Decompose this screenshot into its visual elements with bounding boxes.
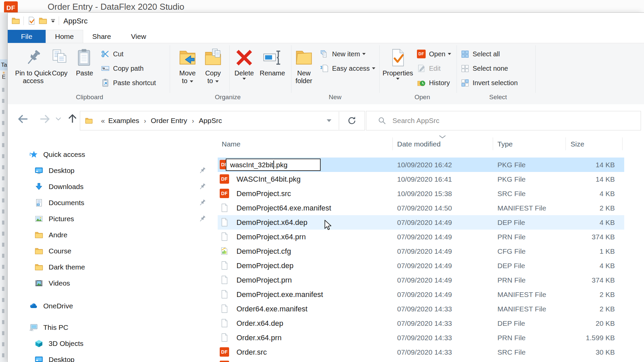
cut-button[interactable]: Cut (100, 48, 123, 60)
invert-selection-icon (460, 79, 470, 87)
new-folder-qat-button[interactable] (39, 16, 47, 25)
sidebar-item-videos[interactable]: Videos (8, 275, 215, 291)
sidebar-item-desktop[interactable]: Desktop (8, 352, 215, 362)
properties-button[interactable]: Properties (381, 46, 415, 80)
tab-share[interactable]: Share (83, 30, 120, 43)
pin-icon (198, 183, 206, 191)
divider (566, 137, 566, 150)
ribbon-tabs: File Home Share View (8, 30, 644, 43)
sidebar-item-pictures[interactable]: Pictures (8, 211, 215, 227)
dropdown-caret-icon (372, 67, 375, 69)
breadcrumb-item[interactable]: Examples (108, 117, 139, 125)
sidebar-item-quick-access[interactable]: Quick access (8, 146, 215, 163)
table-row[interactable]: DemoProject.dep 07/09/2020 14:49 DEP Fil… (218, 258, 624, 273)
copy-to-button[interactable]: Copyto (201, 46, 225, 85)
open-button[interactable]: DF Open (416, 48, 451, 60)
sidebar-item-label: Documents (49, 199, 84, 207)
tab-file[interactable]: File (8, 30, 46, 43)
qat-customize-button[interactable] (51, 19, 55, 23)
breadcrumb-item[interactable]: AppSrc (199, 117, 222, 125)
easy-access-button[interactable]: Easy access (319, 62, 375, 74)
address-box[interactable]: «Examples›Order Entry›AppSrc (80, 111, 365, 130)
properties-qat-button[interactable] (27, 16, 36, 25)
file-date-modified: 07/09/2020 14:33 (397, 319, 452, 327)
sidebar-item-onedrive[interactable]: OneDrive (8, 298, 215, 314)
new-folder-button[interactable]: Newfolder (290, 46, 318, 85)
table-row[interactable]: DemoProject.x64.dep 07/09/2020 14:49 DEP… (218, 215, 624, 230)
quick-access-icon (29, 150, 38, 159)
file-date-modified: 07/09/2020 14:49 (397, 291, 452, 299)
copy-button[interactable]: Copy (47, 46, 72, 77)
sidebar-item-andre[interactable]: Andre (8, 227, 215, 243)
table-row[interactable]: DemoProject.exe.manifest 07/09/2020 14:4… (218, 287, 624, 302)
column-header-date-modified[interactable]: Date modified (397, 140, 441, 148)
address-dropdown-caret[interactable] (327, 119, 331, 122)
sidebar-item-documents[interactable]: Documents (8, 195, 215, 211)
back-button[interactable] (17, 113, 29, 125)
breadcrumb-separator[interactable]: › (192, 117, 194, 125)
tab-view[interactable]: View (120, 30, 157, 43)
sidebar-item-this-pc[interactable]: This PC (8, 319, 215, 336)
search-box[interactable] (366, 111, 641, 130)
file-name: DemoProject.src (236, 189, 291, 198)
sidebar-item-3d-objects[interactable]: 3D Objects (8, 336, 215, 352)
sidebar-item-desktop[interactable]: Desktop (8, 163, 215, 179)
table-row[interactable]: DemoProject.cfg 07/09/2020 14:49 CFG Fil… (218, 244, 624, 258)
file-type-icon: DF (220, 189, 229, 198)
table-row[interactable]: Order.x64.prn 07/09/2020 14:33 PRN File … (218, 330, 624, 345)
edit-button[interactable]: Edit (416, 62, 440, 74)
breadcrumb-overflow[interactable]: « (101, 117, 105, 125)
column-header-size[interactable]: Size (571, 140, 584, 148)
sidebar-item-icon (34, 263, 44, 272)
sidebar-item-course[interactable]: Course (8, 243, 215, 259)
properties-icon (388, 48, 407, 67)
table-row[interactable]: DF WASCInt_64bit.pkg 10/09/2020 16:41 PK… (218, 172, 624, 186)
table-row[interactable]: Order.x64.dep 07/09/2020 14:33 DEP File … (218, 316, 624, 330)
rename-input[interactable]: wascInt_32bit.pkg (226, 159, 321, 171)
file-type: SRC File (497, 348, 526, 356)
sidebar-item-icon (34, 279, 44, 288)
dataflex-file-icon: DF (220, 174, 229, 184)
column-header-type[interactable]: Type (497, 140, 513, 148)
paste-button[interactable]: Paste (72, 46, 97, 77)
sidebar-item-label: Desktop (49, 356, 74, 362)
up-button[interactable] (67, 113, 78, 124)
table-row[interactable]: DF 10/09/2020 16:42 PKG File 14 KB wascI… (218, 158, 624, 172)
sidebar-item-downloads[interactable]: Downloads (8, 179, 215, 195)
copy-path-button[interactable]: Copy path (100, 62, 144, 74)
tab-home[interactable]: Home (46, 30, 83, 43)
forward-button[interactable] (39, 113, 51, 125)
sidebar-item-label: Desktop (49, 167, 74, 175)
table-row[interactable]: Order64.exe.manifest 07/09/2020 14:33 MA… (218, 302, 624, 316)
delete-x-icon (235, 49, 253, 67)
table-row[interactable]: DemoProject.x64.prn 07/09/2020 14:49 PRN… (218, 230, 624, 244)
ribbon-group-organize: Organize (199, 94, 256, 101)
select-all-button[interactable]: Select all (460, 48, 500, 60)
file-size: 2 KB (599, 204, 615, 212)
search-input[interactable] (392, 116, 641, 125)
paste-shortcut-button[interactable]: Paste shortcut (100, 77, 156, 89)
new-item-button[interactable]: New item (319, 48, 366, 60)
invert-selection-button[interactable]: Invert selection (460, 77, 518, 89)
table-row[interactable]: DemoProject.prn 07/09/2020 14:49 PRN Fil… (218, 273, 624, 287)
sidebar-item-label: Pictures (49, 215, 74, 223)
breadcrumb-item[interactable]: Order Entry (151, 117, 187, 125)
move-to-button[interactable]: Moveto (173, 46, 202, 85)
videos-icon (35, 279, 43, 288)
breadcrumb-separator[interactable]: › (144, 117, 146, 125)
table-row[interactable]: DF (218, 359, 624, 362)
select-none-button[interactable]: Select none (460, 62, 508, 74)
column-header-name[interactable]: Name (222, 140, 240, 148)
table-row[interactable]: DF Order.src 07/09/2020 14:33 SRC File 3… (218, 345, 624, 359)
refresh-button[interactable] (339, 111, 365, 130)
rename-button[interactable]: Rename (258, 46, 287, 77)
table-row[interactable]: DemoProject64.exe.manifest 07/09/2020 14… (218, 201, 624, 215)
table-row[interactable]: DF DemoProject.src 10/09/2020 15:38 SRC … (218, 186, 624, 201)
breadcrumb[interactable]: «Examples›Order Entry›AppSrc (93, 117, 327, 125)
sidebar-item-dark-theme[interactable]: Dark theme (8, 259, 215, 275)
pin-to-quick-access-button[interactable]: Pin to Quickaccess (14, 46, 53, 85)
history-button[interactable]: History (416, 77, 450, 89)
folder-props-button[interactable] (11, 16, 20, 25)
recent-locations-caret[interactable] (55, 117, 61, 121)
delete-button[interactable]: Delete (231, 46, 257, 80)
